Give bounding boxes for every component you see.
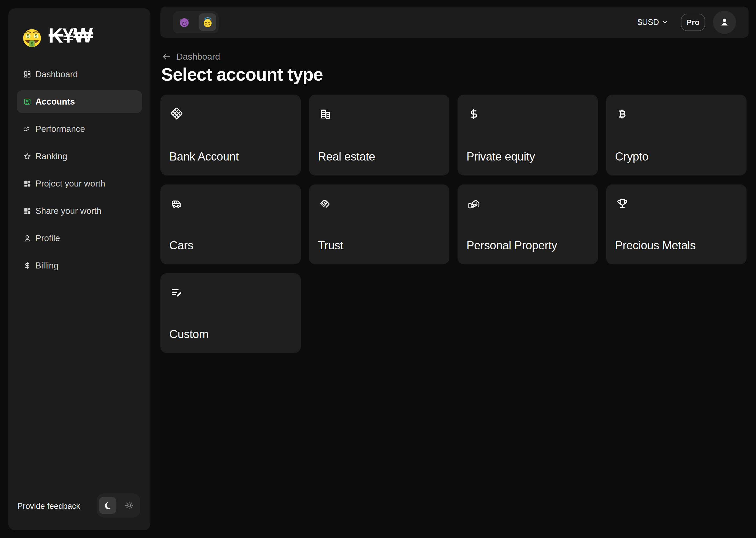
svg-text:$: $ bbox=[35, 33, 37, 39]
svg-text:$: $ bbox=[31, 41, 33, 46]
svg-text:$: $ bbox=[27, 33, 30, 39]
